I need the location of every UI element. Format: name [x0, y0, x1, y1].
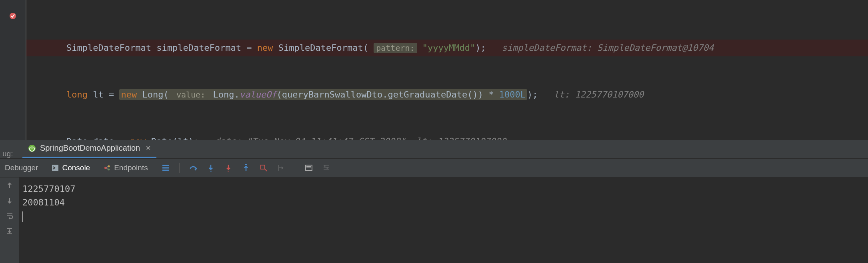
drop-frame-icon[interactable] [260, 164, 268, 172]
svg-rect-9 [261, 165, 265, 169]
toolwindow-label: ug: [2, 149, 13, 158]
debug-toolbar: Debugger Console Endpoints [0, 158, 868, 177]
step-over-icon[interactable] [189, 164, 197, 172]
threads-icon[interactable] [162, 164, 170, 172]
code-editor[interactable]: SimpleDateFormat simpleDateFormat = new … [26, 0, 868, 140]
inline-debug-value: date: "Tue Nov 04 11:41:47 CST 2008" lt:… [215, 136, 506, 140]
down-arrow-icon[interactable] [6, 197, 14, 205]
inline-debug-value: simpleDateFormat: SimpleDateFormat@10704 [502, 43, 714, 53]
param-hint: value: [174, 90, 208, 100]
param-hint: pattern: [374, 43, 417, 53]
svg-point-5 [108, 169, 110, 171]
force-step-into-icon[interactable] [224, 164, 232, 172]
step-out-icon[interactable] [242, 164, 250, 172]
console-line: 20081104 [22, 196, 865, 209]
spring-boot-icon [28, 144, 36, 152]
console-line: 1225770107 [22, 182, 865, 196]
svg-rect-6 [210, 171, 212, 171]
endpoints-icon [104, 164, 111, 171]
separator [179, 163, 180, 173]
breakpoint-disabled-icon[interactable] [9, 12, 17, 20]
svg-point-12 [324, 165, 326, 167]
console-icon [52, 164, 59, 171]
svg-rect-7 [228, 171, 229, 171]
scroll-to-end-icon[interactable] [6, 227, 14, 235]
close-icon[interactable]: ✕ [146, 144, 151, 152]
code-line[interactable]: SimpleDateFormat simpleDateFormat = new … [26, 40, 868, 56]
trace-current-stream-chain-icon[interactable] [322, 164, 330, 172]
console-output[interactable]: 1225770107 20081104 [19, 177, 868, 263]
editor-gutter [0, 0, 26, 140]
debug-toolwindow-tabbar: ug: SpringBootDemoApplication ✕ [0, 140, 868, 158]
svg-rect-8 [245, 164, 247, 165]
tab-endpoints[interactable]: Endpoints [104, 163, 148, 172]
console-cursor-line [22, 209, 865, 223]
code-line[interactable]: Date date = new Date(lt); date: "Tue Nov… [26, 133, 868, 140]
svg-rect-11 [306, 166, 311, 167]
tab-console[interactable]: Console [52, 163, 90, 172]
separator [295, 163, 295, 173]
code-line[interactable]: long lt = new Long( value: Long.valueOf(… [26, 86, 868, 103]
editor-row: SimpleDateFormat simpleDateFormat = new … [0, 0, 868, 140]
svg-point-4 [108, 165, 110, 167]
run-to-cursor-icon[interactable] [277, 164, 285, 172]
run-config-name: SpringBootDemoApplication [40, 143, 140, 153]
run-config-tab[interactable]: SpringBootDemoApplication ✕ [22, 140, 156, 158]
svg-point-13 [326, 167, 328, 169]
soft-wrap-icon[interactable] [6, 212, 14, 220]
evaluate-expression-icon[interactable] [305, 164, 313, 172]
inline-debug-value: lt: 1225770107000 [554, 90, 644, 100]
step-into-icon[interactable] [207, 164, 215, 172]
tab-debugger[interactable]: Debugger [5, 163, 38, 172]
console-side-gutter [0, 177, 19, 263]
up-arrow-icon[interactable] [6, 181, 14, 189]
